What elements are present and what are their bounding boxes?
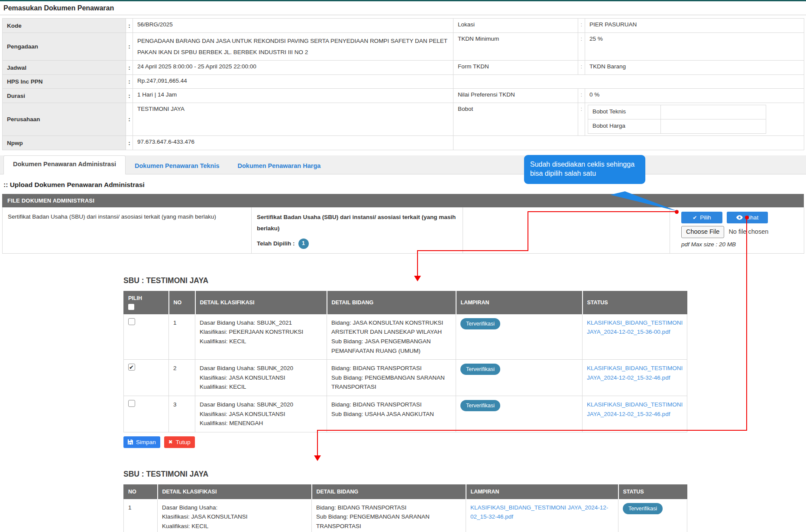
col-detail-klasifikasi: DETAIL KLASIFIKASI <box>158 484 312 499</box>
info-label-nilai-preferensi: Nilai Preferensi TKDN <box>453 89 578 103</box>
simpan-button-label: Simpan <box>136 439 156 445</box>
file-dokumen-administrasi-bar: FILE DOKUMEN ADMINISTRASI <box>2 194 804 207</box>
no-file-chosen-text: No file chosen <box>728 228 768 235</box>
info-label-durasi: Durasi <box>3 89 126 103</box>
colon: : <box>578 33 585 61</box>
info-label-perusahaan: Perusahaan <box>3 103 126 136</box>
kualifikasi: Kualifikasi: MENENGAH <box>200 419 322 428</box>
row-checkbox[interactable] <box>128 400 135 407</box>
callout-tail <box>604 190 682 213</box>
klasifikasi: Klasifikasi: PEKERJAAN KONSTRUKSI <box>200 327 322 337</box>
sbu-row-1: 1 Dasar Bidang Usaha: SBUJK_2021 Klasifi… <box>124 314 687 359</box>
klasifikasi: Klasifikasi: JASA KONSULTANSI <box>162 512 307 522</box>
info-label-lokasi: Lokasi <box>453 19 578 33</box>
kualifikasi: Kualifikasi: KECIL <box>162 522 307 531</box>
colon: : <box>126 136 133 150</box>
empty-cell <box>578 136 585 150</box>
colon: : <box>126 103 133 136</box>
klasifikasi-pdf-link[interactable]: KLASIFIKASI_BIDANG_TESTIMONI JAYA_2024-1… <box>587 319 683 335</box>
tutup-button[interactable]: ✖ Tutup <box>164 436 195 448</box>
col-status: STATUS <box>618 484 687 499</box>
sub-bidang: Sub Bidang: USAHA JASA ANGKUTAN <box>331 409 451 419</box>
sbu-detail-section: SBU : TESTIMONI JAYA NO DETAIL KLASIFIKA… <box>123 470 687 532</box>
sbu-selection-heading: SBU : TESTIMONI JAYA <box>123 276 687 285</box>
col-pilih: PILIH <box>128 295 164 301</box>
bobot-teknis-value <box>661 105 766 119</box>
tab-dokumen-penawaran-administrasi[interactable]: Dokumen Penawaran Administrasi <box>3 155 126 174</box>
title-divider <box>0 15 806 15</box>
col-lampiran: LAMPIRAN <box>466 484 618 499</box>
file-doc-name: Sertifikat Badan Usaha (SBU) dari instan… <box>3 207 252 253</box>
save-icon <box>128 439 133 445</box>
annotation-line <box>417 250 418 276</box>
info-value-durasi: 1 Hari | 14 Jam <box>133 89 453 103</box>
colon: : <box>126 89 133 103</box>
row-no: 2 <box>169 360 195 396</box>
info-label-kode: Kode <box>3 19 126 33</box>
page-title: Pemasukan Dokumen Penawaran <box>3 4 806 12</box>
select-all-checkbox[interactable] <box>128 304 134 310</box>
pilih-button-label: Pilih <box>700 214 711 221</box>
tab-dokumen-penawaran-teknis[interactable]: Dokumen Penawaran Teknis <box>126 158 229 174</box>
info-label-npwp: Npwp <box>3 136 126 150</box>
col-status: STATUS <box>583 291 687 314</box>
col-lampiran: LAMPIRAN <box>456 291 583 314</box>
info-value-pengadaan: PENGADAAN BARANG DAN JASA UNTUK REKONDIS… <box>133 33 453 61</box>
terverifikasi-badge: Terverifikasi <box>460 400 500 411</box>
check-icon: ✔ <box>693 215 697 220</box>
col-detail-bidang: DETAIL BIDANG <box>312 484 466 499</box>
bidang: Bidang: BIDANG TRANSPORTASI <box>331 364 451 373</box>
file-row: Sertifikat Badan Usaha (SBU) dari instan… <box>3 207 804 253</box>
document-tabs: Dokumen Penawaran Administrasi Dokumen P… <box>0 155 806 174</box>
col-no: NO <box>169 291 195 314</box>
file-size-hint: pdf Max size : 20 MB <box>681 241 799 248</box>
info-value-nilai-preferensi: 0 % <box>585 89 804 103</box>
row-checkbox[interactable] <box>128 364 135 371</box>
info-label-form-tkdn: Form TKDN <box>453 61 578 75</box>
close-icon: ✖ <box>168 439 173 445</box>
choose-file-button[interactable]: Choose File <box>681 226 724 238</box>
colon: : <box>126 61 133 75</box>
dasar-bidang-usaha: Dasar Bidang Usaha: SBUNK_2020 <box>200 364 322 373</box>
klasifikasi-pdf-link[interactable]: KLASIFIKASI_BIDANG_TESTIMONI JAYA_2024-1… <box>470 504 608 520</box>
top-accent-bar <box>0 0 806 1</box>
bobot-harga-value <box>661 119 766 134</box>
simpan-button[interactable]: Simpan <box>123 436 160 448</box>
annotation-arrowhead-1 <box>414 276 421 281</box>
col-detail-bidang: DETAIL BIDANG <box>327 291 456 314</box>
sbu-detail-row-1: 1 Dasar Bidang Usaha: Klasifikasi: JASA … <box>124 499 687 532</box>
klasifikasi-pdf-link[interactable]: KLASIFIKASI_BIDANG_TESTIMONI JAYA_2024-1… <box>587 365 683 381</box>
empty-cell <box>578 75 585 89</box>
bobot-harga-label: Bobot Harga <box>588 119 661 134</box>
info-label-pengadaan: Pengadaan <box>3 33 126 61</box>
info-label-hps: HPS Inc PPN <box>3 75 126 89</box>
pilih-button[interactable]: ✔ Pilih <box>681 212 722 223</box>
annotation-arrowhead-2 <box>314 455 321 461</box>
bobot-table: Bobot Teknis Bobot Harga <box>588 105 766 134</box>
dasar-bidang-usaha: Dasar Bidang Usaha: SBUNK_2020 <box>200 400 322 409</box>
sbu-selection-table: PILIH NO DETAIL KLASIFIKASI DETAIL BIDAN… <box>123 291 687 432</box>
dasar-bidang-usaha: Dasar Bidang Usaha: <box>162 503 307 513</box>
klasifikasi: Klasifikasi: JASA KONSULTANSI <box>200 373 322 383</box>
klasifikasi-pdf-link[interactable]: KLASIFIKASI_BIDANG_TESTIMONI JAYA_2024-1… <box>587 401 683 417</box>
sbu-selection-section: SBU : TESTIMONI JAYA PILIH NO DETAIL KLA… <box>123 276 687 448</box>
annotation-dot-2 <box>745 216 749 219</box>
info-value-tkdn-minimum: 25 % <box>585 33 804 61</box>
empty-cell <box>453 136 578 150</box>
file-dokumen-table: Sertifikat Badan Usaha (SBU) dari instan… <box>2 207 804 254</box>
selected-count-badge: 1 <box>298 239 309 249</box>
annotation-line <box>317 430 747 431</box>
info-label-bobot: Bobot <box>453 103 578 136</box>
colon: : <box>578 61 585 75</box>
dasar-bidang-usaha: Dasar Bidang Usaha: SBUJK_2021 <box>200 318 322 328</box>
info-value-hps: Rp.247,091,665.44 <box>133 75 453 89</box>
row-no: 3 <box>169 396 195 432</box>
kualifikasi: Kualifikasi: KECIL <box>200 337 322 346</box>
colon: : <box>578 89 585 103</box>
tab-dokumen-penawaran-harga[interactable]: Dokumen Penawaran Harga <box>229 158 330 174</box>
sub-bidang: Sub Bidang: JASA PENGEMBANGAN PEMANFAATA… <box>331 337 451 355</box>
bidang: Bidang: JASA KONSULTAN KONSTRUKSI ARSITE… <box>331 318 451 337</box>
empty-cell <box>463 207 670 253</box>
row-checkbox[interactable] <box>128 318 135 325</box>
sbu-detail-table: NO DETAIL KLASIFIKASI DETAIL BIDANG LAMP… <box>123 484 687 532</box>
